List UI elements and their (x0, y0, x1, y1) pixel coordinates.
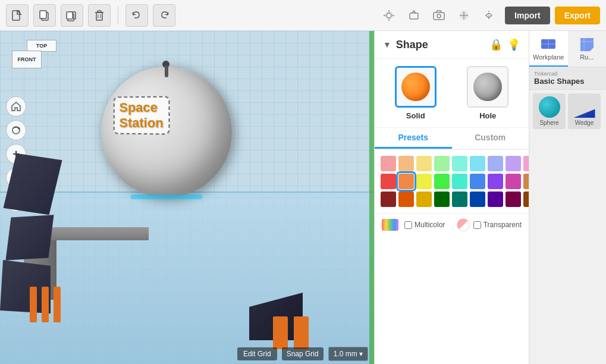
swatch[interactable] (452, 192, 467, 207)
color-options: Multicolor Transparent (375, 213, 529, 236)
sphere-shape-thumb[interactable]: Sphere (533, 93, 566, 129)
multicolor-label[interactable]: Multicolor (404, 221, 445, 229)
orange-leg-1 (30, 287, 37, 322)
swatch[interactable] (505, 156, 521, 171)
top-toolbar: Import Export (0, 0, 606, 31)
hole-option[interactable]: Hole (456, 66, 521, 120)
sphere-selection (131, 194, 202, 199)
redo-button[interactable] (153, 4, 175, 27)
swatch[interactable] (523, 192, 529, 207)
export-button[interactable]: Export (555, 7, 600, 24)
swatch[interactable] (488, 156, 503, 171)
wedge-shape-label: Wedge (575, 120, 594, 126)
color-swatches (375, 150, 529, 213)
swatch-selected[interactable] (398, 174, 414, 189)
grid-icon-button[interactable] (453, 4, 475, 27)
svg-rect-6 (96, 12, 102, 20)
tab-presets[interactable]: Presets (375, 128, 452, 149)
bottom-bar: Edit Grid Snap Grid 1.0 mm ▾ (0, 343, 374, 364)
view-cube-top[interactable]: TOP (27, 40, 56, 52)
solid-circle (401, 73, 430, 101)
swatch[interactable] (523, 174, 529, 189)
import-button[interactable]: Import (505, 7, 550, 24)
undo-button[interactable] (125, 4, 148, 27)
svg-rect-17 (410, 13, 418, 19)
tab-rules[interactable]: Ru... (568, 31, 607, 67)
swatch[interactable] (381, 192, 396, 207)
swatch[interactable] (505, 174, 521, 189)
svg-point-11 (387, 13, 391, 18)
view-cube[interactable]: TOP FRONT (12, 40, 59, 87)
swatch[interactable] (470, 156, 485, 171)
solid-label: Solid (406, 111, 425, 120)
swatch[interactable] (488, 174, 503, 189)
edit-grid-button[interactable]: Edit Grid (237, 347, 277, 360)
hole-circle (473, 73, 502, 101)
swatch[interactable] (398, 192, 414, 207)
right-panel: Workplane Ru... Tinkercad Basic Shapes (529, 31, 606, 364)
hole-label: Hole (479, 111, 496, 120)
camera-icon-button[interactable] (428, 4, 450, 27)
wedge-shape-thumb[interactable]: Wedge (568, 93, 601, 129)
solid-hole-selector: Solid Hole (375, 59, 529, 128)
orange-leg-2 (42, 287, 49, 322)
rules-tab-label: Ru... (580, 54, 594, 61)
snap-grid-value[interactable]: 1.0 mm ▾ (328, 347, 368, 361)
transparent-checkbox[interactable] (473, 221, 481, 229)
view-cube-front[interactable]: FRONT (12, 51, 42, 68)
teal-accent (369, 31, 374, 364)
shapes-grid: Sphere Wedge (529, 90, 606, 133)
shape-panel-collapse[interactable]: ▼ (383, 40, 391, 49)
home-view-button[interactable] (6, 96, 26, 117)
solid-option[interactable]: Solid (383, 66, 448, 120)
transparent-preview (457, 218, 470, 231)
shape-icon-button[interactable] (403, 4, 425, 27)
copy-button[interactable] (33, 4, 56, 27)
lock-icon[interactable]: 🔒 (489, 38, 503, 51)
transparent-section: Transparent (457, 218, 522, 231)
swatch[interactable] (434, 156, 450, 171)
swatch[interactable] (398, 156, 414, 171)
shape-panel-title: Shape (396, 39, 485, 51)
sphere-3d-preview (539, 96, 560, 118)
rotate-view-button[interactable] (6, 120, 26, 140)
basic-shapes-header: Tinkercad Basic Shapes (529, 67, 606, 90)
swatch[interactable] (416, 174, 432, 189)
swatch[interactable] (452, 156, 467, 171)
swatch[interactable] (416, 192, 432, 207)
multicolor-strip (382, 219, 398, 231)
light-bulb-icon[interactable]: 💡 (507, 38, 520, 51)
duplicate-button[interactable] (61, 4, 83, 27)
swatch[interactable] (470, 192, 485, 207)
swatch[interactable] (381, 174, 396, 189)
delete-button[interactable] (88, 4, 111, 27)
sphere-shape-label: Sphere (539, 120, 558, 126)
tab-workplane[interactable]: Workplane (529, 31, 568, 67)
swatch[interactable] (434, 174, 450, 189)
viewport[interactable]: TOP FRONT + − (0, 31, 374, 364)
swatch[interactable] (381, 156, 396, 171)
swatch[interactable] (434, 192, 450, 207)
transparent-label[interactable]: Transparent (473, 221, 522, 229)
tab-custom[interactable]: Custom (452, 128, 529, 149)
new-button[interactable] (6, 4, 29, 27)
multicolor-checkbox[interactable] (404, 221, 412, 229)
swatch[interactable] (488, 192, 503, 207)
swatch[interactable] (470, 174, 485, 189)
toolbar-divider (118, 7, 118, 24)
swatch-row-2 (381, 192, 523, 207)
mirror-icon-button[interactable] (478, 4, 500, 27)
main-area: TOP FRONT + − (0, 31, 606, 364)
swatch[interactable] (452, 174, 467, 189)
snap-grid-label: Snap Grid (282, 347, 324, 360)
swatch-row-1 (381, 174, 523, 189)
sphere-pin (165, 65, 168, 77)
swatch[interactable] (505, 192, 521, 207)
swatch[interactable] (523, 156, 529, 171)
swatch-row-0 (381, 156, 523, 171)
swatch[interactable] (416, 156, 432, 171)
shape-panel: ▼ Shape 🔒 💡 Solid Hole Presets Cus (374, 31, 529, 364)
light-icon-button[interactable] (378, 4, 400, 27)
sphere-label: SpaceStation (114, 96, 169, 135)
workplane-icon (540, 36, 557, 52)
